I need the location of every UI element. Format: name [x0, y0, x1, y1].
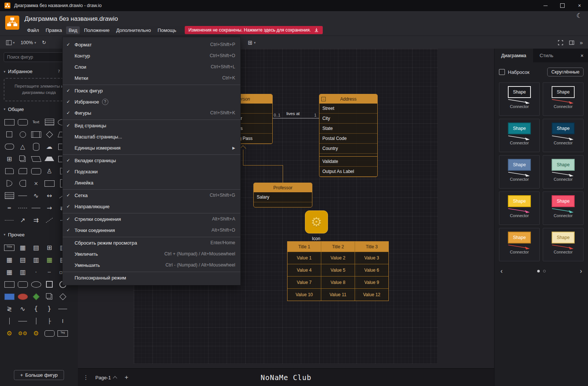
- table-cell[interactable]: Value 4: [288, 264, 321, 276]
- theme-toggle-button[interactable]: ☾: [576, 12, 582, 19]
- shape-tool[interactable]: Tag: [56, 328, 69, 339]
- fullscreen-icon[interactable]: [558, 40, 564, 46]
- shape-tool[interactable]: ▦: [16, 242, 29, 253]
- shape-tool[interactable]: [16, 129, 29, 140]
- entity-professor[interactable]: Professor Salary: [253, 183, 312, 207]
- shape-tool[interactable]: [30, 153, 42, 165]
- shape-tool[interactable]: [30, 291, 42, 302]
- menu-item[interactable]: ✓ Формат Ctrl+Shift+P: [63, 39, 240, 50]
- menu-item[interactable]: Уменьшить Ctrl - (Numpad) / Alt+Mousewhe…: [63, 259, 240, 271]
- menu-item[interactable]: Масштаб страницы...: [63, 131, 240, 142]
- shape-tool[interactable]: ↗: [16, 215, 29, 226]
- menu-item[interactable]: ✓ Сетка Ctrl+Shift+G: [63, 189, 240, 201]
- shape-tool[interactable]: ═: [3, 202, 16, 214]
- table-header-cell[interactable]: Title 3: [355, 242, 388, 252]
- shape-tool[interactable]: ▤: [16, 254, 29, 266]
- entity-row[interactable]: Output As Label: [319, 167, 377, 177]
- menu-item[interactable]: ✓ Поиск фигур: [63, 85, 240, 96]
- entity-row[interactable]: Validate: [319, 157, 377, 167]
- shape-tool[interactable]: [3, 279, 16, 290]
- shape-tool[interactable]: }: [43, 303, 56, 315]
- table-header-cell[interactable]: Title 2: [321, 242, 355, 252]
- shape-tool[interactable]: {: [30, 303, 42, 315]
- shape-tool[interactable]: ∿: [30, 190, 42, 202]
- shape-tool[interactable]: [30, 129, 42, 140]
- menu-item[interactable]: ✓ Избранное ?: [63, 96, 240, 107]
- shape-tool[interactable]: [16, 291, 29, 302]
- shape-tool[interactable]: [3, 178, 16, 189]
- menu-item[interactable]: ✓ Вид страницы: [63, 120, 240, 131]
- menu-item[interactable]: ✓ Точки соединения Alt+Shift+O: [63, 225, 240, 236]
- shape-tool[interactable]: [3, 291, 16, 302]
- style-card[interactable]: Shape Connector: [499, 228, 540, 261]
- style-card[interactable]: Shape Connector: [499, 192, 540, 225]
- shape-tool[interactable]: ▤: [30, 242, 42, 253]
- shape-tool[interactable]: ⚙⚙: [16, 328, 29, 339]
- entity-row[interactable]: Country: [319, 144, 377, 154]
- sketch-checkbox[interactable]: [499, 69, 505, 75]
- table-cell[interactable]: Value 12: [355, 288, 388, 301]
- shape-tool[interactable]: [56, 303, 69, 315]
- menubar-menu[interactable]: Положение: [81, 26, 112, 34]
- menubar-menu[interactable]: Дополнительно: [114, 26, 154, 34]
- shape-tool[interactable]: [3, 190, 16, 202]
- table-cell[interactable]: Value 1: [288, 252, 321, 264]
- entity-address-header[interactable]: − Address: [319, 94, 377, 104]
- table-cell[interactable]: Value 6: [355, 264, 388, 276]
- page-dot-1[interactable]: [537, 270, 540, 272]
- tab-diagram[interactable]: Диаграмма: [495, 49, 533, 62]
- shape-tool[interactable]: [43, 178, 56, 189]
- menu-item[interactable]: Метки Ctrl+K: [63, 72, 240, 84]
- table-cell[interactable]: Value 2: [321, 252, 355, 264]
- shape-tool[interactable]: ▦: [3, 254, 16, 266]
- shape-tool[interactable]: [43, 279, 56, 290]
- menu-item[interactable]: ✓ Направляющие: [63, 201, 240, 212]
- reset-view-button[interactable]: ↻: [42, 40, 46, 45]
- style-card[interactable]: Shape Connector: [543, 155, 584, 189]
- shape-tool[interactable]: [43, 153, 56, 165]
- shape-tool[interactable]: [30, 141, 42, 153]
- shape-tool[interactable]: [3, 315, 16, 327]
- shape-tool[interactable]: [3, 141, 16, 153]
- table-insert-button[interactable]: ⊞ ▾: [248, 36, 256, 49]
- shape-tool[interactable]: [3, 166, 16, 177]
- table-shape[interactable]: Title 1Title 2Title 3 Value 1 Value 2 Va…: [287, 241, 389, 301]
- shape-search-input[interactable]: [4, 52, 70, 62]
- shape-tool[interactable]: ┄: [43, 266, 56, 278]
- shape-tool[interactable]: [30, 315, 42, 327]
- shape-tool[interactable]: [3, 215, 16, 226]
- shape-tool[interactable]: I: [56, 315, 69, 327]
- table-cell[interactable]: Value 3: [355, 252, 388, 264]
- more-shapes-button[interactable]: + Больше фигур: [14, 370, 64, 380]
- table-cell[interactable]: Value 8: [321, 276, 355, 288]
- relationship-label[interactable]: lives at: [286, 111, 300, 116]
- help-icon[interactable]: ?: [58, 69, 60, 74]
- entity-row[interactable]: Street: [319, 104, 377, 114]
- connector-segment[interactable]: [243, 165, 283, 166]
- menubar-menu[interactable]: Файл: [24, 26, 42, 34]
- shape-tool[interactable]: ▥: [30, 254, 42, 266]
- shape-tool[interactable]: ×: [30, 178, 42, 189]
- collapse-panel-icon[interactable]: »: [580, 39, 583, 46]
- menu-item[interactable]: Полноэкранный режим: [63, 272, 240, 283]
- entity-row[interactable]: Salary: [254, 192, 312, 202]
- menu-item[interactable]: Контур Ctrl+Shift+O: [63, 50, 240, 61]
- table-header-cell[interactable]: Title 1: [288, 242, 321, 252]
- entity-professor-title[interactable]: Professor: [254, 183, 312, 192]
- style-card[interactable]: Shape Connector: [499, 155, 540, 189]
- connector-segment[interactable]: [283, 165, 283, 183]
- shape-tool[interactable]: [30, 279, 42, 290]
- style-card[interactable]: Shape Connector: [499, 119, 540, 152]
- shape-tool[interactable]: ≷: [3, 303, 16, 315]
- shape-tool[interactable]: Text: [30, 117, 42, 128]
- shape-tool[interactable]: ⇉: [30, 215, 42, 226]
- shape-tool[interactable]: ⊞: [43, 242, 56, 253]
- table-cell[interactable]: Value 11: [321, 288, 355, 301]
- shape-tool[interactable]: [16, 202, 29, 214]
- shape-tool[interactable]: ▦: [3, 266, 16, 278]
- shape-tool[interactable]: [16, 279, 29, 290]
- menu-item[interactable]: ✓ Фигуры Ctrl+Shift+K: [63, 107, 240, 118]
- shape-tool[interactable]: ├: [43, 315, 56, 327]
- shape-tool[interactable]: ⊞: [3, 153, 16, 165]
- shape-tool[interactable]: ▦: [43, 254, 56, 266]
